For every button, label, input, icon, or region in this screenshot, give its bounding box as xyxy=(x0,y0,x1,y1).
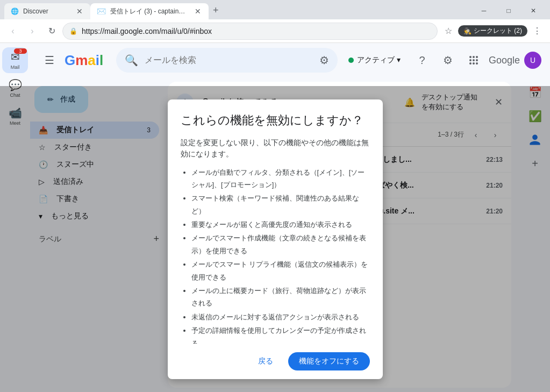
modal-description: 設定を変更しない限り、以下の機能やその他の機能は無効になります。 xyxy=(181,137,370,160)
incognito-label: シークレット (2) xyxy=(474,26,522,35)
search-filter-button[interactable]: ⚙ xyxy=(319,54,329,67)
list-item: メールでスマート リプライ機能（返信文の候補表示）を使用できる xyxy=(191,258,370,283)
minimize-button[interactable]: ─ xyxy=(472,3,496,18)
status-button[interactable]: アクティブ ▾ xyxy=(342,52,407,68)
reload-button[interactable]: ↻ xyxy=(43,23,60,40)
apps-grid-icon xyxy=(468,55,479,66)
chrome-tab-gmail[interactable]: ✉️ 受信トレイ (3) - captain@... ✕ xyxy=(90,3,209,19)
list-item: 未返信のメールに対する返信アクションが表示される xyxy=(191,311,370,323)
mail-label: Mail xyxy=(11,65,20,70)
modal-cancel-button[interactable]: 戻る xyxy=(249,352,282,370)
incognito-icon: 🕵 xyxy=(463,27,472,35)
chrome-menu-button[interactable]: ⋮ xyxy=(528,23,546,40)
list-item: 重要なメールが届くと高優先度の通知が表示される xyxy=(191,218,370,231)
gmail-logo: Gmail xyxy=(65,52,103,69)
mail-icon: ✉ xyxy=(11,51,20,63)
avatar[interactable]: U xyxy=(524,52,541,69)
maximize-button[interactable]: □ xyxy=(496,3,521,18)
close-button[interactable]: ✕ xyxy=(521,3,546,18)
lock-icon: 🔒 xyxy=(69,27,77,35)
hamburger-button[interactable]: ☰ xyxy=(39,49,60,71)
tab-favicon-discover: 🌐 xyxy=(11,8,19,15)
svg-point-1 xyxy=(473,56,475,58)
svg-point-6 xyxy=(469,62,472,65)
modal-footer: 戻る 機能をオフにする xyxy=(168,344,383,379)
tab-title-discover: Discover xyxy=(23,8,71,15)
new-tab-button[interactable]: + xyxy=(209,3,223,18)
list-item: 予定の詳細情報を使用してカレンダーの予定が作成される xyxy=(191,324,370,343)
header-actions: アクティブ ▾ ? ⚙ Google U xyxy=(342,49,541,71)
window-controls: ─ □ ✕ xyxy=(472,3,546,18)
modal-body: 設定を変更しない限り、以下の機能やその他の機能は無効になります。 メールが自動で… xyxy=(168,137,383,344)
tab-favicon-gmail: ✉️ xyxy=(97,7,106,16)
svg-point-5 xyxy=(476,59,478,61)
back-button[interactable]: ‹ xyxy=(4,23,22,40)
modal-overlay: これらの機能を無効にしますか？ 設定を変更しない限り、以下の機能やその他の機能は… xyxy=(0,86,550,392)
list-item: メールが自動でフィルタ、分類される（[メイン]、[ソーシャル]、[プロモーション… xyxy=(191,166,370,191)
svg-point-7 xyxy=(473,62,475,65)
address-bar[interactable]: 🔒 https://mail.google.com/mail/u/0/#inbo… xyxy=(62,23,438,40)
gmail-top-bar: ☰ Gmail 🔍 ⚙ アクティブ ▾ ? xyxy=(30,43,550,77)
toolbar-actions: ☆ 🕵 シークレット (2) ⋮ xyxy=(440,23,546,40)
list-item: スマート検索（キーワード候補、関連性のある結果など） xyxy=(191,192,370,217)
list-item: メールでスマート作成機能（文章の続きとなる候補を表示）を使用できる xyxy=(191,232,370,257)
bookmark-button[interactable]: ☆ xyxy=(440,23,457,40)
search-bar[interactable]: 🔍 ⚙ xyxy=(116,48,338,73)
svg-point-8 xyxy=(476,62,478,65)
incognito-badge: 🕵 シークレット (2) xyxy=(458,25,527,37)
chrome-toolbar: ‹ › ↻ 🔒 https://mail.google.com/mail/u/0… xyxy=(0,19,550,43)
forward-button[interactable]: › xyxy=(24,23,41,40)
tab-close-gmail[interactable]: ✕ xyxy=(194,6,202,17)
apps-button[interactable] xyxy=(463,49,484,71)
modal-title: これらの機能を無効にしますか？ xyxy=(168,99,383,137)
settings-button[interactable]: ⚙ xyxy=(437,49,459,71)
chrome-browser: 🌐 Discover ✕ ✉️ 受信トレイ (3) - captain@... … xyxy=(0,0,550,392)
status-label: アクティブ ▾ xyxy=(357,55,401,65)
status-dot xyxy=(348,58,354,63)
tab-title-gmail: 受信トレイ (3) - captain@... xyxy=(110,7,189,16)
chrome-tab-discover[interactable]: 🌐 Discover ✕ xyxy=(4,3,90,19)
svg-point-0 xyxy=(469,56,472,58)
svg-point-3 xyxy=(469,59,472,61)
svg-point-2 xyxy=(476,56,478,58)
gmail-logo-m: Gmail xyxy=(65,52,103,69)
search-input[interactable] xyxy=(145,55,313,65)
svg-point-4 xyxy=(473,59,475,61)
help-button[interactable]: ? xyxy=(411,49,433,71)
icon-strip-mail[interactable]: ✉ Mail xyxy=(2,47,28,73)
list-item: メールの上に概要カード（旅行、荷物追跡など）が表示される xyxy=(191,284,370,310)
address-text: https://mail.google.com/mail/u/0/#inbox xyxy=(82,27,431,35)
search-icon: 🔍 xyxy=(125,54,138,67)
chrome-tabs-bar: 🌐 Discover ✕ ✉️ 受信トレイ (3) - captain@... … xyxy=(0,0,550,19)
modal-confirm-button[interactable]: 機能をオフにする xyxy=(288,352,370,370)
modal-features-list: メールが自動でフィルタ、分類される（[メイン]、[ソーシャル]、[プロモーション… xyxy=(181,166,370,344)
tab-close-discover[interactable]: ✕ xyxy=(75,6,84,17)
google-logo: Google xyxy=(489,55,520,66)
disable-features-modal: これらの機能を無効にしますか？ 設定を変更しない限り、以下の機能やその他の機能は… xyxy=(168,99,383,379)
